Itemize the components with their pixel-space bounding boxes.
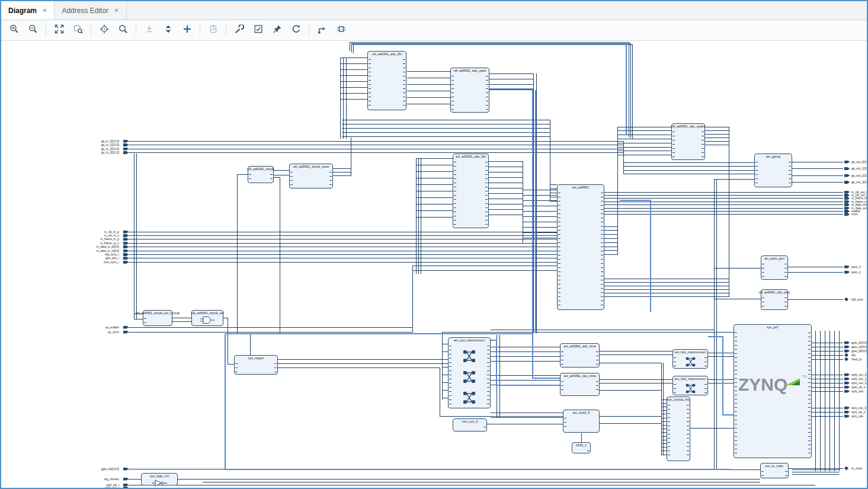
block-input-pins — [369, 59, 371, 108]
block-sys_rstgen[interactable]: sys_rstgen — [234, 355, 278, 375]
block-output-pins — [596, 381, 598, 394]
diagram-toolbar — [1, 20, 867, 41]
zynq-tm-text: TM — [802, 375, 807, 378]
block-axi_cpu_interconnect[interactable]: axi_cpu_interconnect — [448, 337, 491, 408]
block-util_ad9361_divclk_sel[interactable]: util_ad9361_divclk_sel — [191, 310, 223, 326]
customize-block-icon — [235, 24, 244, 36]
customize-block-button[interactable] — [231, 23, 247, 38]
zoom-fit-button[interactable] — [51, 23, 67, 38]
block-output-pins — [601, 193, 603, 308]
external-port-label: spi1_sdo — [851, 414, 863, 418]
external-port-label: gp_out_0[31:0] — [851, 160, 868, 164]
add-ip-button[interactable] — [179, 23, 195, 38]
optimize-routing-icon — [318, 24, 327, 36]
zoom-to-selection-icon — [73, 24, 83, 36]
block-input-pins — [761, 471, 764, 476]
regenerate-layout-button[interactable] — [288, 23, 304, 38]
external-port-label: spi1_csn_0_o — [851, 406, 868, 410]
tab-close-icon[interactable]: ✕ — [114, 7, 118, 14]
block-input-pins — [672, 132, 675, 158]
block-axi_hp1_interconnect[interactable]: axi_hp1_interconnect — [672, 349, 708, 369]
interface-ports-icon — [337, 24, 346, 36]
external-port-label: txnrx — [851, 212, 858, 216]
block-output-pins — [587, 450, 590, 451]
tab-close-icon[interactable]: ✕ — [42, 7, 47, 14]
block-output-pins — [785, 471, 787, 476]
block-input-pins — [755, 162, 758, 185]
external-port-label: spi0_sdo — [851, 389, 863, 393]
block-input-pins — [561, 381, 563, 394]
vivado-block-design-window: Diagram ✕ Address Editor ✕ util_ad9361_a… — [0, 0, 868, 489]
zoom-in-button[interactable] — [6, 23, 22, 38]
block-axi_sysid_0[interactable]: axi_sysid_0 — [563, 410, 600, 433]
external-port-label: spi0_csn_2_o — [851, 373, 868, 376]
block-axi_pwm_gen[interactable]: axi_pwm_gen — [761, 255, 788, 280]
block-util_ad9361_divclk[interactable]: util_ad9361_divclk — [248, 166, 274, 183]
external-port-label: rx_data_in_n[5:0] — [66, 249, 119, 253]
external-port-label: mcs_sync_i — [66, 260, 119, 264]
block-rom_sys_0[interactable]: rom_sys_0 — [453, 418, 487, 432]
block-output-pins — [403, 59, 405, 108]
block-util_ad9361_divclk_sel_concat[interactable]: util_ad9361_divclk_sel_concat — [143, 310, 172, 326]
block-util_ad9361_adc_pack[interactable]: util_ad9361_adc_pack — [450, 68, 489, 113]
block-input-pins — [564, 418, 566, 430]
block-util_ad9361_divclk_reset[interactable]: util_ad9361_divclk_reset — [289, 164, 333, 188]
external-port-label: spi0_clk_o — [851, 385, 866, 389]
block-axi_hp2_interconnect[interactable]: axi_hp2_interconnect — [672, 376, 708, 395]
optimize-routing-button[interactable] — [314, 23, 330, 38]
external-port-label: pwm_1 — [851, 270, 861, 274]
validate-design-icon — [254, 24, 263, 36]
external-port-label: gp_out_2[31:0] — [851, 174, 868, 177]
autofit-selection-icon — [100, 24, 109, 36]
interface-ports-button[interactable] — [333, 23, 349, 38]
axi-crossbar-icon — [686, 383, 696, 396]
block-sys_concat_intc[interactable]: sys_concat_intc — [667, 397, 690, 461]
regenerate-layout-icon — [292, 24, 301, 36]
zoom-in-icon — [9, 24, 19, 36]
validate-design-button[interactable] — [250, 23, 266, 38]
block-axi_ad9361[interactable]: axi_ad9361 — [557, 184, 604, 310]
external-port-label: gpio_t[63:0] — [851, 349, 867, 353]
external-port-label: gpio_o[63:0] — [851, 345, 868, 349]
block-input-pins — [561, 351, 563, 365]
block-util_ad9361_adc_fifo[interactable]: util_ad9361_adc_fifo — [367, 51, 406, 110]
diagram-canvas[interactable]: util_ad9361_adc_fifoutil_ad9361_adc_pack… — [1, 1, 867, 488]
block-input-pins — [144, 318, 146, 324]
paste-icon — [209, 24, 218, 36]
block-sys_ps7[interactable]: sys_ps7ZYNQTM — [734, 324, 812, 458]
block-output-pins — [485, 162, 488, 226]
block-GND_1[interactable]: GND_1 — [572, 442, 591, 453]
block-axi_iic_main[interactable]: axi_iic_main — [760, 463, 789, 478]
tab-diagram-label: Diagram — [8, 7, 37, 15]
tab-address-editor-label: Address Editor — [62, 7, 108, 15]
block-axi_ad9361_dac_fifo[interactable]: axi_ad9361_dac_fifo — [453, 154, 489, 228]
block-sys_logic_inv[interactable]: sys_logic_inv — [141, 473, 178, 485]
tab-address-editor[interactable]: Address Editor ✕ — [55, 1, 126, 20]
axi-crossbar-icon — [463, 350, 476, 365]
block-axi_ad9361_dac_dma[interactable]: axi_ad9361_dac_dma — [560, 373, 600, 396]
block-axi_ad9361_adc_dma[interactable]: axi_ad9361_adc_dma — [560, 343, 600, 367]
block-util_ad9361_tdd_sync[interactable]: util_ad9361_tdd_sync — [761, 289, 788, 310]
block-util_ad9361_dac_upack[interactable]: util_ad9361_dac_upack — [671, 123, 705, 160]
external-port-label: gp_in_2[31:0] — [66, 147, 119, 151]
zoom-out-button[interactable] — [25, 23, 41, 38]
block-input-pins — [454, 162, 456, 226]
external-port-label: up_txnrx — [66, 330, 119, 334]
external-port-label: rx_frame_in_n — [66, 241, 119, 245]
external-port-label: rx_data_in_p[5:0] — [66, 245, 119, 248]
external-port-label: tdd_sync — [851, 298, 863, 301]
block-input-pins — [762, 298, 764, 308]
pin-icon — [273, 24, 282, 36]
search-button[interactable] — [115, 23, 131, 38]
toolbar-separator — [226, 24, 226, 36]
external-port-label: spi0_csn_i — [66, 486, 119, 489]
block-input-pins — [451, 76, 454, 110]
axi-crossbar-icon — [686, 357, 696, 369]
expand-collapse-button[interactable] — [160, 23, 176, 38]
autofit-selection-button[interactable] — [96, 23, 112, 38]
tab-diagram[interactable]: Diagram ✕ — [1, 1, 55, 20]
block-axi_gpreg[interactable]: axi_gpreg — [754, 154, 792, 187]
zoom-to-selection-button[interactable] — [70, 23, 86, 38]
pin-button[interactable] — [269, 23, 285, 38]
zynq-logo-text: ZYNQ — [738, 375, 787, 394]
